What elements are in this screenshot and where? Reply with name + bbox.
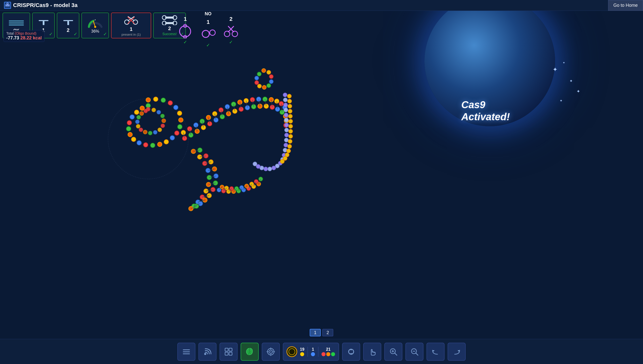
- svg-point-193: [289, 124, 293, 128]
- svg-rect-242: [183, 353, 190, 354]
- sync-button[interactable]: [342, 343, 360, 361]
- svg-point-73: [144, 109, 148, 113]
- grid-button[interactable]: [220, 343, 238, 361]
- svg-point-28: [202, 30, 209, 37]
- feed-button[interactable]: [198, 343, 217, 361]
- molecule-2-check: ✓: [206, 42, 210, 48]
- molecule-1-check: ✓: [183, 39, 187, 45]
- zoom-in-button[interactable]: [384, 343, 402, 361]
- molecules-row: 1 ✓ NO 1 ✓ 2 ✓: [176, 13, 240, 48]
- svg-line-266: [416, 353, 418, 355]
- constraint-box-3[interactable]: 2 ✓: [57, 13, 79, 38]
- svg-rect-245: [229, 348, 232, 351]
- svg-point-71: [137, 115, 141, 119]
- zoom-out-button[interactable]: [405, 343, 423, 361]
- svg-point-238: [255, 76, 259, 80]
- svg-point-2: [7, 3, 8, 4]
- page-button-1[interactable]: 1: [310, 329, 321, 336]
- svg-point-181: [272, 166, 276, 170]
- sparkle-1: ✦: [553, 66, 558, 73]
- svg-point-63: [161, 124, 165, 128]
- menu-button[interactable]: [177, 343, 195, 361]
- constraint-4-check: ✓: [103, 31, 107, 37]
- svg-point-49: [137, 141, 141, 145]
- svg-point-56: [140, 106, 144, 110]
- molecule-1-number: 1: [184, 16, 187, 22]
- svg-point-51: [128, 132, 132, 137]
- svg-point-62: [162, 119, 166, 123]
- bottom-toolbar: 19 1 21: [0, 339, 643, 364]
- leaf-button[interactable]: [241, 343, 259, 361]
- svg-rect-247: [229, 352, 232, 355]
- constraint-content-3: 2: [61, 18, 75, 33]
- page-button-2[interactable]: 2: [322, 329, 333, 336]
- molecule-item-1: 1 ✓: [176, 16, 195, 45]
- nuc-group-21: 21: [322, 347, 335, 356]
- svg-point-234: [267, 84, 271, 88]
- molecule-2-number: 1: [206, 19, 209, 25]
- svg-point-72: [140, 111, 144, 115]
- undo-button[interactable]: [426, 343, 445, 361]
- svg-point-170: [284, 118, 288, 122]
- svg-rect-5: [9, 24, 24, 26]
- constraint-4-label: 36%: [91, 29, 99, 34]
- constraint-box-4[interactable]: 36% ✓: [81, 13, 109, 38]
- constraint-5-label: present in (1): [122, 33, 141, 36]
- svg-point-50: [131, 137, 136, 142]
- energy-display: Total (Oligo Bound) -77.73 28.22 kcal: [4, 30, 44, 42]
- svg-point-30: [224, 31, 230, 37]
- svg-point-235: [262, 85, 266, 89]
- svg-point-194: [289, 129, 293, 133]
- main-visualization: Cas9Activated! ✦ ✦ ✦ ✦ ✦: [0, 11, 643, 339]
- svg-point-182: [268, 167, 272, 171]
- svg-point-64: [158, 128, 162, 132]
- nuc-group-19: 19: [300, 347, 304, 356]
- svg-point-40: [177, 111, 182, 115]
- svg-point-31: [232, 31, 238, 37]
- svg-point-69: [136, 124, 140, 128]
- svg-point-236: [257, 84, 261, 88]
- svg-point-39: [174, 105, 178, 110]
- dna-container: [70, 43, 296, 232]
- svg-point-253: [270, 351, 271, 352]
- svg-point-195: [289, 134, 293, 138]
- svg-point-230: [262, 69, 266, 73]
- svg-rect-3: [9, 20, 24, 22]
- svg-point-61: [160, 114, 165, 118]
- nuc-group-1: 1: [311, 347, 315, 356]
- svg-point-165: [283, 93, 287, 97]
- energy-value-row: -77.73 28.22 kcal: [6, 35, 42, 41]
- redo-button[interactable]: [448, 343, 466, 361]
- constraint-6-label: Success!: [163, 32, 177, 36]
- svg-point-239: [257, 72, 261, 76]
- constraint-5-number: 1: [130, 26, 132, 32]
- svg-point-243: [204, 353, 206, 355]
- svg-point-54: [130, 115, 134, 119]
- svg-point-191: [288, 114, 292, 118]
- svg-point-189: [288, 104, 292, 108]
- svg-point-175: [284, 143, 288, 147]
- target-button[interactable]: [262, 343, 280, 361]
- molecule-2-no-label: NO: [205, 11, 211, 17]
- svg-rect-0: [5, 5, 10, 5]
- svg-point-60: [157, 110, 161, 114]
- svg-point-198: [287, 149, 291, 153]
- sparkle-2: ✦: [569, 79, 573, 83]
- svg-point-192: [289, 119, 293, 123]
- svg-point-68: [139, 128, 143, 132]
- go-to-home-button[interactable]: Go to Home: [608, 0, 643, 11]
- hand-button[interactable]: [363, 343, 381, 361]
- svg-point-186: [253, 162, 257, 166]
- svg-point-233: [269, 80, 273, 84]
- svg-point-232: [269, 75, 273, 79]
- svg-point-201: [280, 159, 284, 163]
- svg-rect-24: [165, 22, 174, 24]
- nucleotide-bar: 19 1 21: [283, 343, 339, 361]
- molecule-3-number: 2: [229, 16, 232, 22]
- sparkle-4: ✦: [576, 89, 580, 94]
- svg-rect-6: [39, 20, 48, 21]
- svg-point-11: [94, 26, 96, 28]
- svg-rect-1: [5, 6, 10, 6]
- constraint-box-5[interactable]: 1 present in (1): [111, 13, 151, 38]
- svg-point-43: [175, 131, 179, 135]
